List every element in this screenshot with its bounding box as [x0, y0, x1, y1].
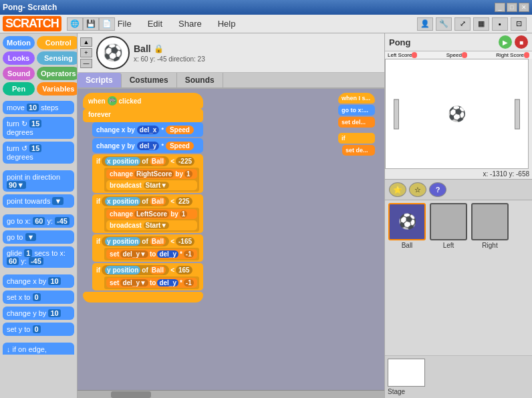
category-variables[interactable]: Variables	[37, 82, 80, 95]
red-stop-button[interactable]: ■	[515, 35, 528, 49]
forever-block[interactable]: forever	[83, 109, 203, 122]
tab-costumes[interactable]: Costumes	[122, 73, 177, 87]
lock-icon: 🔒	[154, 44, 164, 53]
horizontal-scrollbar[interactable]	[78, 390, 384, 398]
scores-row: Left Score Speed Right Score	[385, 51, 532, 59]
star-tool-btn[interactable]: ⭐	[389, 182, 406, 197]
set-dely-neg-block[interactable]: set del_y▼ to del_y * -1	[106, 249, 197, 259]
if-x-lt-225-block[interactable]: if x position of Ball < -225 change Righ…	[92, 154, 203, 193]
close-button[interactable]: ✕	[519, 3, 529, 12]
menu-edit[interactable]: Edit	[145, 17, 165, 30]
category-grid: Motion Control Looks Sensing Sound Opera…	[3, 36, 74, 95]
change-y-block[interactable]: change y by del_y * Speed	[92, 138, 203, 153]
user-icon[interactable]: 👤	[417, 17, 433, 31]
window-controls: _ □ ✕	[495, 3, 529, 12]
sprite-name: Ball	[134, 43, 151, 54]
sprite-ctrl-1[interactable]: ▲	[80, 37, 92, 47]
menu-bar: SCRATCH 🌐 💾 📄 File Edit Share Help 👤 🔧 ⤢…	[0, 15, 532, 33]
block-goto[interactable]: go to ▼	[3, 230, 74, 244]
category-sound[interactable]: Sound	[3, 67, 35, 80]
left-paddle	[394, 99, 399, 129]
arrows-icon[interactable]: ⤢	[454, 17, 471, 31]
block-change-y[interactable]: change y by 10	[3, 307, 74, 320]
menu-file[interactable]: File	[115, 17, 134, 30]
center-panel: ▲ + — ⚽ Ball 🔒 x: 60 y: -45 direction: 2…	[77, 33, 385, 398]
when-i-block[interactable]: when I s...	[338, 93, 375, 104]
settings-icon[interactable]: 🔧	[436, 17, 452, 31]
title-bar: Pong- Scratch _ □ ✕	[0, 0, 532, 15]
goto-x-block[interactable]: go to x:...	[338, 105, 375, 116]
set-del-block[interactable]: set del...	[338, 117, 375, 128]
tab-scripts[interactable]: Scripts	[78, 73, 122, 87]
scripts-area[interactable]: when 🏁 clicked forever change x by del_x…	[78, 89, 384, 398]
menu-share[interactable]: Share	[176, 17, 205, 30]
question-tool-btn[interactable]: ?	[429, 182, 446, 197]
change-rightscore-block[interactable]: change RightScore by 1	[106, 169, 197, 179]
sprite-controls: ▲ + —	[80, 37, 92, 68]
maximize-button[interactable]: □	[507, 3, 517, 12]
minimize-button[interactable]: _	[495, 3, 505, 12]
block-change-x[interactable]: change x by 10	[3, 274, 74, 288]
right-thumb-img	[471, 203, 509, 240]
stage-thumb-label: Stage	[388, 388, 405, 395]
broadcast-start1-block[interactable]: broadcast Start▼	[106, 180, 197, 190]
if-y-lt-165-block[interactable]: if y position of Ball < -165 set del_y▼ …	[92, 234, 203, 262]
category-motion[interactable]: Motion	[3, 36, 35, 49]
left-score-badge	[412, 52, 417, 58]
star2-tool-btn[interactable]: ☆	[409, 182, 426, 197]
block-turn-left[interactable]: turn ↺ 15 degrees	[3, 142, 74, 164]
category-operators[interactable]: Operators	[37, 67, 80, 80]
tab-sounds[interactable]: Sounds	[177, 73, 223, 87]
sprite-thumb-right[interactable]: Right	[471, 203, 509, 353]
category-looks[interactable]: Looks	[3, 51, 35, 65]
block-goto-xy[interactable]: go to x: 60 y: -45	[3, 214, 74, 228]
new-icon[interactable]: 📄	[99, 17, 115, 31]
block-turn-right[interactable]: turn ↻ 15 degrees	[3, 117, 74, 139]
broadcast-start2-block[interactable]: broadcast Start▼	[106, 220, 197, 230]
block-set-y[interactable]: set y to 0	[3, 323, 74, 336]
if-right-block[interactable]: if	[338, 133, 375, 144]
blocks-palette: move 10 steps turn ↻ 15 degrees turn ↺ 1…	[3, 101, 74, 355]
block-edge-bounce[interactable]: ↓ if on edge, bounce	[3, 343, 74, 355]
block-set-x[interactable]: set x to 0	[3, 290, 74, 304]
window-title: Pong- Scratch	[3, 3, 57, 12]
sprites-toolbar: ⭐ ☆ ?	[385, 180, 532, 200]
left-thumb-img	[430, 203, 467, 240]
block-point-towards[interactable]: point towards ▼	[3, 194, 74, 208]
sprite-ctrl-3[interactable]: —	[80, 59, 92, 68]
stage-thumb-img[interactable]	[388, 359, 425, 387]
grid-icon[interactable]: ▦	[473, 17, 489, 31]
main-container: Motion Control Looks Sensing Sound Opera…	[0, 33, 532, 398]
block-move[interactable]: move 10 steps	[3, 101, 74, 114]
set-dely-pos-block[interactable]: set del_y▼ to del_y * -1	[106, 278, 197, 288]
green-flag-button[interactable]: ▶	[499, 35, 512, 49]
change-x-block[interactable]: change x by del_x * Speed	[92, 122, 203, 137]
menu-help[interactable]: Help	[215, 17, 239, 30]
stage-header: Pong ▶ ■	[385, 33, 532, 51]
fullscreen-icon[interactable]: ⊡	[511, 17, 527, 31]
set-del2-block[interactable]: set de...	[342, 145, 375, 156]
if-y-gt-165-block[interactable]: if y position of Ball < 165 set del_y▼ t…	[92, 263, 203, 290]
speed-badge	[462, 52, 467, 58]
when-clicked-block[interactable]: when 🏁 clicked	[83, 93, 203, 109]
category-control[interactable]: Control	[37, 36, 80, 49]
if-x-gt-225-block[interactable]: if x position of Ball < 225 change LeftS…	[92, 194, 203, 233]
sprite-ctrl-2[interactable]: +	[80, 48, 92, 57]
sprite-thumb-ball[interactable]: ⚽ Ball	[388, 203, 426, 353]
change-leftscore-block[interactable]: change LeftScore by 1	[106, 209, 197, 219]
right-paddle	[515, 99, 520, 129]
scratch-logo: SCRATCH	[3, 16, 61, 31]
right-thumb-label: Right	[482, 242, 497, 249]
block-point-direction[interactable]: point in direction 90▼	[3, 170, 74, 192]
toolbar-icons: 👤 🔧 ⤢ ▦ ▪ ⊡	[417, 17, 527, 31]
block-glide[interactable]: glide 1 secs to x: 60 y: -45	[3, 246, 74, 268]
globe-icon[interactable]: 🌐	[67, 17, 83, 31]
speed-label: Speed	[446, 52, 467, 58]
sprite-thumb-left[interactable]: Left	[429, 203, 468, 353]
category-sensing[interactable]: Sensing	[37, 51, 80, 65]
main-script-stack: when 🏁 clicked forever change x by del_x…	[83, 93, 203, 303]
sprite-header: ▲ + — ⚽ Ball 🔒 x: 60 y: -45 direction: 2…	[78, 33, 384, 73]
category-pen[interactable]: Pen	[3, 82, 35, 95]
layout-icon[interactable]: ▪	[492, 17, 508, 31]
save-icon[interactable]: 💾	[83, 17, 99, 31]
